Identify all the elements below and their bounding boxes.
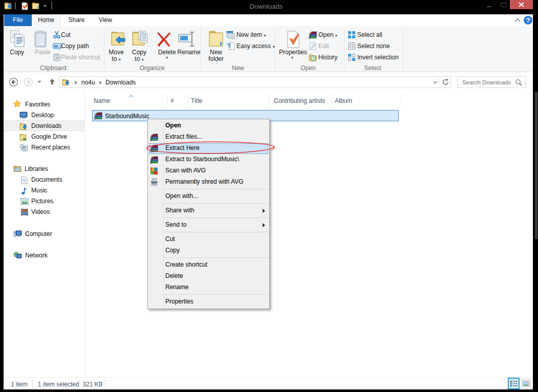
svg-text:W...: W... bbox=[54, 44, 61, 49]
